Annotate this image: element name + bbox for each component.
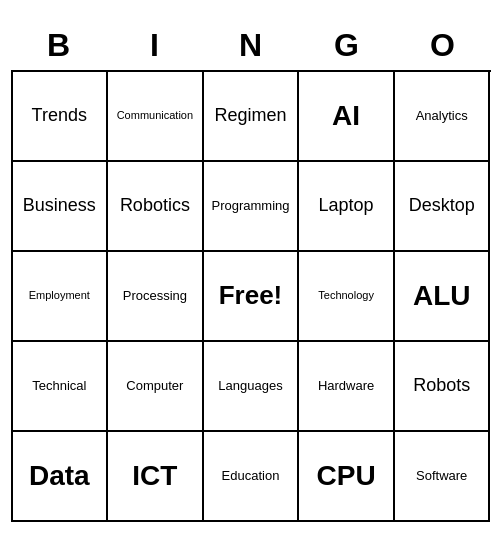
cell-text: Desktop: [409, 195, 475, 217]
cell-text: ALU: [413, 279, 471, 313]
cell-r0-c0: Trends: [13, 72, 109, 162]
cell-r4-c0: Data: [13, 432, 109, 522]
cell-r3-c1: Computer: [108, 342, 204, 432]
header-letter: I: [107, 23, 203, 68]
cell-text: Employment: [29, 289, 90, 302]
cell-r1-c2: Programming: [204, 162, 300, 252]
cell-text: Laptop: [319, 195, 374, 217]
cell-text: Programming: [211, 198, 289, 214]
cell-r2-c3: Technology: [299, 252, 395, 342]
cell-text: Regimen: [214, 105, 286, 127]
cell-r3-c4: Robots: [395, 342, 491, 432]
cell-text: Technical: [32, 378, 86, 394]
cell-r0-c4: Analytics: [395, 72, 491, 162]
cell-r2-c2: Free!: [204, 252, 300, 342]
cell-text: Education: [222, 468, 280, 484]
cell-r2-c1: Processing: [108, 252, 204, 342]
bingo-grid: TrendsCommunicationRegimenAIAnalyticsBus…: [11, 70, 491, 522]
cell-text: Free!: [219, 280, 283, 311]
cell-text: Data: [29, 459, 90, 493]
cell-r2-c4: ALU: [395, 252, 491, 342]
cell-r0-c2: Regimen: [204, 72, 300, 162]
cell-text: Hardware: [318, 378, 374, 394]
cell-text: Robotics: [120, 195, 190, 217]
cell-text: Computer: [126, 378, 183, 394]
header-letter: G: [299, 23, 395, 68]
cell-text: AI: [332, 99, 360, 133]
cell-text: Trends: [32, 105, 87, 127]
cell-r3-c2: Languages: [204, 342, 300, 432]
cell-r0-c3: AI: [299, 72, 395, 162]
cell-r4-c1: ICT: [108, 432, 204, 522]
cell-text: Technology: [318, 289, 374, 302]
cell-r4-c4: Software: [395, 432, 491, 522]
bingo-card: BINGO TrendsCommunicationRegimenAIAnalyt…: [11, 23, 491, 522]
header-letter: N: [203, 23, 299, 68]
cell-text: CPU: [317, 459, 376, 493]
cell-text: Communication: [117, 109, 193, 122]
cell-text: Analytics: [416, 108, 468, 124]
cell-r4-c2: Education: [204, 432, 300, 522]
cell-r2-c0: Employment: [13, 252, 109, 342]
cell-text: Business: [23, 195, 96, 217]
cell-text: Processing: [123, 288, 187, 304]
cell-r1-c1: Robotics: [108, 162, 204, 252]
cell-text: ICT: [132, 459, 177, 493]
cell-r1-c3: Laptop: [299, 162, 395, 252]
cell-r4-c3: CPU: [299, 432, 395, 522]
cell-r1-c0: Business: [13, 162, 109, 252]
cell-r3-c3: Hardware: [299, 342, 395, 432]
bingo-header: BINGO: [11, 23, 491, 68]
cell-r3-c0: Technical: [13, 342, 109, 432]
header-letter: B: [11, 23, 107, 68]
cell-r0-c1: Communication: [108, 72, 204, 162]
cell-r1-c4: Desktop: [395, 162, 491, 252]
cell-text: Software: [416, 468, 467, 484]
header-letter: O: [395, 23, 491, 68]
cell-text: Languages: [218, 378, 282, 394]
cell-text: Robots: [413, 375, 470, 397]
